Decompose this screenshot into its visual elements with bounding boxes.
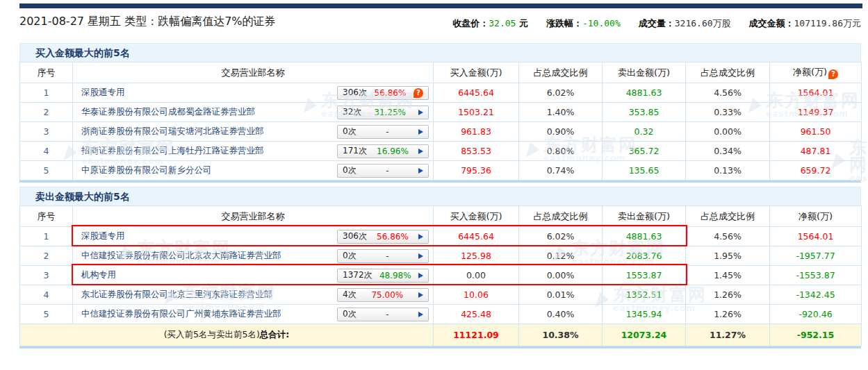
buy-ratio: 6.02%: [519, 227, 603, 246]
history-badge[interactable]: 32次 31.25% ?: [337, 106, 429, 119]
success-rate: 16.96%: [377, 146, 409, 156]
col-broker-name: 交易营业部名称: [73, 62, 434, 83]
stat-label: 成交金额：: [749, 18, 794, 28]
buy-amount: 6445.64: [434, 227, 519, 246]
broker-name-link[interactable]: 深股通专用: [81, 230, 125, 241]
appearance-count: 0次: [343, 250, 357, 262]
net-amount: 659.72: [770, 161, 862, 180]
stat-label: 涨跌幅：: [546, 18, 582, 28]
col-buy-amount: 买入金额(万): [434, 206, 519, 227]
broker-name-cell: 机构专用 1372次 48.98% ?: [73, 266, 434, 285]
history-badge[interactable]: 0次 - ?: [337, 308, 429, 321]
history-badge[interactable]: 4次 75.00% ?: [337, 288, 429, 302]
buy-amount: 425.48: [434, 305, 519, 324]
sell-ratio: 1.95%: [686, 246, 770, 266]
net-amount: -1553.87: [770, 266, 862, 285]
change-pct-stat: 涨跌幅：-10.00%: [546, 17, 621, 30]
success-rate: -: [386, 310, 388, 319]
buy-table: 序号 交易营业部名称 买入金额(万) 占总成交比例 卖出金额(万) 占总成交比例…: [19, 62, 862, 180]
history-badge[interactable]: 171次 16.96% ?: [337, 144, 429, 158]
broker-name-link[interactable]: 中原证券股份有限公司新乡分公司: [81, 165, 212, 175]
sell-ratio: 0.00%: [686, 122, 770, 142]
row-index: 5: [20, 161, 73, 180]
expand-arrow-icon[interactable]: [418, 234, 423, 239]
col-no: 序号: [20, 62, 73, 83]
top-divider-bar: [19, 3, 862, 8]
total-sell-amount: 12073.24: [603, 324, 686, 346]
broker-name-cell: 中原证券股份有限公司新乡分公司 0次 - ?: [73, 161, 434, 180]
buy-ratio: 0.74%: [519, 161, 603, 180]
broker-name-link[interactable]: 东北证券股份有限公司北京三里河东路证券营业部: [81, 289, 272, 299]
expand-arrow-icon[interactable]: [418, 273, 423, 278]
net-amount: 487.81: [770, 142, 862, 161]
col-no: 序号: [20, 206, 73, 227]
table-row: 3 机构专用 1372次 48.98% ? 0.00 0.00% 1553.87…: [20, 266, 862, 285]
broker-name-link[interactable]: 深股通专用: [81, 87, 125, 97]
broker-name-link[interactable]: 华泰证券股份有限公司成都蜀金路证券营业部: [81, 106, 255, 117]
expand-arrow-icon[interactable]: [418, 149, 423, 154]
stat-label: 收盘价：: [452, 18, 489, 28]
success-rate: -: [386, 127, 388, 137]
buy-top5-section: 买入金额最大的前5名 序号 交易营业部名称 买入金额(万) 占总成交比例 卖出金…: [19, 43, 861, 183]
col-sell-amount: 卖出金额(万): [603, 62, 686, 83]
col-sell-ratio: 占总成交比例: [686, 206, 770, 227]
net-amount: -1342.45: [770, 285, 862, 305]
broker-name-link[interactable]: 中信建投证券股份有限公司广州黄埔东路证券营业部: [81, 308, 281, 319]
col-net-amount: 净额(万): [770, 206, 862, 227]
row-index: 1: [20, 227, 73, 246]
stock-summary-stats: 收盘价：32.05 元 涨跌幅：-10.00% 成交量：3216.60万股 成交…: [452, 17, 861, 30]
net-amount: 1564.01: [770, 83, 862, 103]
buy-amount: 6445.64: [434, 83, 519, 103]
row-index: 3: [20, 122, 73, 142]
col-sell-ratio: 占总成交比例: [686, 62, 770, 83]
question-icon[interactable]: ?: [413, 88, 423, 98]
broker-name-cell: 中信建投证券股份有限公司北京农大南路证券营业部 0次 - ?: [73, 246, 434, 266]
row-index: 4: [20, 285, 73, 305]
sell-ratio: 4.56%: [686, 227, 770, 246]
total-sell-ratio: 11.27%: [686, 324, 770, 346]
broker-name-link[interactable]: 中信建投证券股份有限公司北京农大南路证券营业部: [81, 250, 281, 260]
buy-ratio: 0.01%: [519, 285, 603, 305]
expand-arrow-icon[interactable]: [418, 129, 423, 135]
sell-amount: 1553.87: [603, 266, 686, 285]
success-rate: -: [386, 166, 388, 176]
success-rate: 56.86%: [375, 88, 407, 98]
net-header-label: 净额(万): [793, 67, 827, 77]
table-row: 2 中信建投证券股份有限公司北京农大南路证券营业部 0次 - ? 125.98 …: [20, 246, 862, 266]
sell-amount: 4881.63: [603, 83, 686, 103]
lhb-page: 2021-08-27 星期五 类型：跌幅偏离值达7%的证券 收盘价：32.05 …: [0, 0, 868, 370]
expand-arrow-icon[interactable]: [418, 292, 423, 298]
history-badge[interactable]: 0次 - ?: [337, 125, 429, 139]
broker-name-cell: 深股通专用 306次 56.86% ?: [73, 83, 434, 103]
sell-amount: 2083.76: [603, 246, 686, 266]
col-broker-name: 交易营业部名称: [73, 206, 434, 227]
sell-amount: 1352.51: [603, 285, 686, 305]
buy-ratio: 6.02%: [519, 83, 603, 103]
sell-amount: 353.85: [603, 103, 686, 122]
row-index: 2: [20, 246, 73, 266]
expand-arrow-icon[interactable]: [418, 312, 423, 317]
broker-name-cell: 中信建投证券股份有限公司广州黄埔东路证券营业部 0次 - ?: [73, 305, 434, 324]
broker-name-link[interactable]: 机构专用: [81, 269, 116, 280]
broker-name-link[interactable]: 招商证券股份有限公司上海牡丹江路证券营业部: [81, 145, 264, 155]
stat-value: 3216.60万股: [675, 18, 731, 28]
row-index: 3: [20, 266, 73, 285]
table-row: 2 华泰证券股份有限公司成都蜀金路证券营业部 32次 31.25% ? 1503…: [20, 103, 862, 122]
appearance-count: 32次: [343, 106, 361, 118]
history-badge[interactable]: 0次 - ?: [337, 164, 429, 178]
appearance-count: 306次: [343, 87, 367, 99]
sell-ratio: 0.34%: [686, 142, 770, 161]
help-question-icon[interactable]: ?: [828, 69, 838, 79]
expand-arrow-icon[interactable]: [418, 110, 423, 115]
col-net-amount: 净额(万)?: [770, 62, 862, 83]
success-rate: 75.00%: [371, 290, 403, 300]
total-label-prefix: (买入前5名与卖出前5名): [164, 329, 260, 339]
expand-arrow-icon[interactable]: [418, 168, 423, 174]
history-badge[interactable]: 306次 56.86% ?: [337, 230, 429, 244]
history-badge[interactable]: 306次 56.86% ?: [337, 86, 429, 100]
total-buy-amount: 11121.09: [434, 324, 519, 346]
history-badge[interactable]: 0次 - ?: [337, 249, 429, 263]
history-badge[interactable]: 1372次 48.98% ?: [337, 269, 429, 283]
expand-arrow-icon[interactable]: [418, 253, 423, 259]
broker-name-link[interactable]: 浙商证券股份有限公司瑞安塘河北路证券营业部: [81, 126, 264, 136]
